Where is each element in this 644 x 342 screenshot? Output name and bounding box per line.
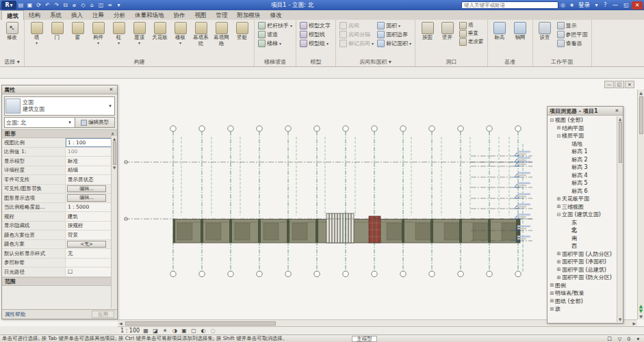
- tab-massing-site[interactable]: 体量和场地: [130, 10, 169, 20]
- modify-button[interactable]: 修改: [2, 21, 22, 42]
- properties-help-link[interactable]: 属性帮助: [5, 311, 25, 318]
- tab-analyze[interactable]: 分析: [109, 10, 130, 20]
- search-input[interactable]: [461, 1, 558, 9]
- property-value[interactable]: 编辑...: [67, 194, 106, 202]
- item-sheets[interactable]: ⊞ 图纸 (全部): [548, 298, 623, 306]
- nav-wheel-down-icon[interactable]: ▼: [639, 309, 643, 314]
- property-value[interactable]: 1 : 100: [66, 138, 117, 147]
- tag-icon[interactable]: ◇: [79, 2, 88, 8]
- section-extents[interactable]: 范围 ∧: [2, 277, 117, 286]
- shadows-icon[interactable]: ◑: [170, 328, 179, 334]
- tree-expand-icon[interactable]: ⊟: [549, 118, 555, 123]
- chevron-down-icon[interactable]: ▾: [634, 336, 642, 342]
- edit-type-button[interactable]: 编辑类型: [75, 117, 115, 128]
- login-button[interactable]: 登录: [578, 1, 590, 10]
- item-level-6[interactable]: 标高 6: [548, 187, 623, 196]
- area-button[interactable]: 面积▾: [376, 21, 413, 30]
- browser-scrollbar[interactable]: ▲ ▼: [617, 116, 623, 322]
- close-button[interactable]: ✕: [632, 1, 643, 10]
- tree-expand-icon[interactable]: ⊞: [556, 251, 562, 256]
- properties-scrollbar[interactable]: ▲ ▼: [111, 136, 117, 308]
- ceiling-button[interactable]: 天花板: [150, 21, 170, 45]
- by-face-button[interactable]: 按面: [417, 21, 437, 42]
- tab-modify[interactable]: 修改: [266, 10, 287, 20]
- item-elevations[interactable]: ⊟ 立面 (建筑立面): [548, 211, 623, 219]
- scroll-right-icon[interactable]: ▶: [632, 321, 636, 326]
- tree-expand-icon[interactable]: ⊟: [556, 212, 562, 218]
- section-icon[interactable]: ◫: [96, 2, 105, 8]
- item-area-plan-renfang[interactable]: ⊞ 面积平面 (人防分区): [548, 250, 623, 259]
- item-views-all[interactable]: ⊟ 视图 (全部): [548, 116, 623, 124]
- item-level-5[interactable]: 标高 5: [548, 179, 623, 187]
- scroll-left-icon[interactable]: ◀: [119, 321, 123, 326]
- tab-structure[interactable]: 结构: [24, 10, 45, 20]
- minimize-button[interactable]: —: [610, 1, 621, 10]
- item-south[interactable]: 南: [548, 235, 623, 243]
- close-icon[interactable]: ✕: [107, 87, 115, 92]
- item-area-plan-zong[interactable]: ⊞ 面积平面 (总建筑): [548, 266, 623, 274]
- item-schedules[interactable]: ⊞ 明细表/数量: [548, 289, 623, 298]
- detail-level-icon[interactable]: ▦: [142, 328, 150, 334]
- property-value[interactable]: 显示原状态: [66, 175, 117, 184]
- room-separator-button[interactable]: 房间分隔: [338, 30, 375, 39]
- tag-area-button[interactable]: 标记面积▾: [376, 39, 413, 48]
- view-minimize-button[interactable]: —: [604, 81, 614, 88]
- grid-button[interactable]: 轴网: [511, 21, 530, 42]
- apply-button[interactable]: 应用: [92, 311, 114, 318]
- login-chevron-icon[interactable]: ▾: [592, 2, 601, 8]
- view-close-button[interactable]: ✕: [625, 81, 634, 88]
- column-button[interactable]: 柱 ▾: [109, 21, 129, 45]
- temporary-hide-icon[interactable]: ◐: [199, 328, 207, 334]
- item-3d-views[interactable]: ⊞ 三维视图: [548, 203, 623, 211]
- panel-label-room-area[interactable]: 房间和面积 ▾: [336, 58, 415, 66]
- filter-icon[interactable]: ▽: [616, 336, 623, 342]
- property-value[interactable]: 精细: [66, 166, 117, 175]
- item-level-3[interactable]: 标高 3: [548, 163, 623, 172]
- wall-button[interactable]: 墙 ▾: [27, 21, 47, 45]
- section-graphics[interactable]: 图形 ∧: [2, 129, 117, 138]
- property-value[interactable]: 背景: [66, 231, 117, 239]
- redo-icon[interactable]: ↷: [52, 2, 61, 8]
- room-button[interactable]: 房间: [338, 21, 375, 30]
- property-value[interactable]: <无>: [67, 241, 106, 248]
- tab-annotate[interactable]: 注释: [88, 10, 109, 20]
- item-area-plan-fanghuo[interactable]: ⊞ 面积平面 (防火分区): [548, 274, 623, 282]
- scroll-down-icon[interactable]: ▼: [639, 314, 643, 319]
- property-value[interactable]: 编辑...: [67, 185, 106, 193]
- tree-expand-icon[interactable]: ⊞: [549, 282, 555, 288]
- help-icon[interactable]: ?: [601, 2, 610, 8]
- tree-expand-icon[interactable]: ⊞: [549, 291, 555, 296]
- roof-button[interactable]: 屋顶 ▾: [129, 21, 149, 45]
- scroll-down-icon[interactable]: ▼: [113, 166, 116, 170]
- reveal-hidden-icon[interactable]: ◌: [209, 328, 217, 334]
- property-value[interactable]: [66, 267, 117, 276]
- vertical-opening-button[interactable]: 垂直: [458, 29, 485, 38]
- item-floor-plans[interactable]: ⊟ 楼层平面: [548, 132, 623, 140]
- property-value[interactable]: 1 : 5000: [66, 203, 117, 212]
- tab-insert[interactable]: 插入: [66, 10, 88, 20]
- floor-button[interactable]: 楼板 ▾: [170, 21, 190, 45]
- canvas-vertical-scrollbar[interactable]: ▲ ▲ ▼ ▼: [637, 90, 644, 319]
- item-level-1[interactable]: 标高 1: [548, 148, 623, 156]
- elevator-shaft[interactable]: [369, 216, 381, 243]
- tab-manage[interactable]: 管理: [211, 10, 233, 20]
- property-value[interactable]: 无: [66, 249, 117, 258]
- search-icon[interactable]: ◎: [558, 2, 567, 8]
- door-button[interactable]: 门: [47, 21, 67, 45]
- save-icon[interactable]: ▣: [25, 2, 34, 8]
- level-button[interactable]: 标高: [490, 21, 510, 42]
- open-icon[interactable]: ▤: [16, 2, 25, 8]
- tree-expand-icon[interactable]: ⊞: [556, 267, 562, 272]
- item-legends[interactable]: ⊞ 图例: [548, 282, 623, 290]
- model-text-button[interactable]: 模型文字: [298, 21, 333, 30]
- scroll-up-icon[interactable]: ▲: [639, 90, 643, 95]
- panel-label-select[interactable]: 选择 ▾: [0, 58, 24, 66]
- scroll-up-icon[interactable]: ▲: [619, 117, 621, 121]
- undo-icon[interactable]: ↶: [43, 2, 52, 8]
- sync-icon[interactable]: ⟳: [34, 2, 43, 8]
- view-restore-button[interactable]: ◱: [615, 81, 624, 88]
- visual-style-icon[interactable]: ◪: [151, 328, 159, 334]
- default-3d-view-icon[interactable]: ⌂: [88, 2, 96, 8]
- item-structural-plans[interactable]: ⊞ 结构平面: [548, 124, 623, 133]
- scroll-up-icon[interactable]: ▲: [113, 137, 116, 141]
